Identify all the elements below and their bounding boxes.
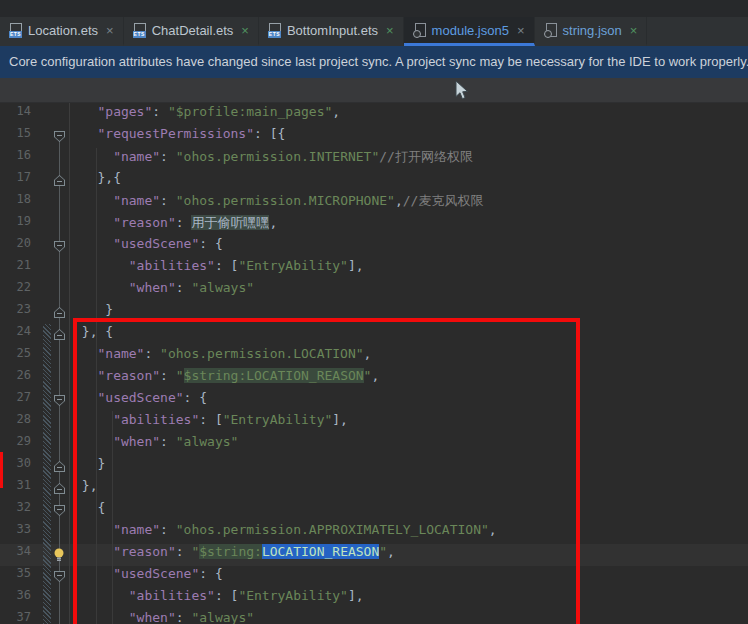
code-editor[interactable]: 1415161718192021222324252627282930313233… xyxy=(0,103,748,624)
code-line[interactable]: } xyxy=(74,302,113,324)
code-line[interactable]: { xyxy=(74,500,105,522)
project-sync-banner[interactable]: Core configuration attributes have chang… xyxy=(0,46,748,78)
code-line[interactable]: "when": "always" xyxy=(74,610,254,624)
code-line[interactable]: }, xyxy=(74,478,97,500)
fold-end-icon[interactable] xyxy=(54,307,65,318)
json-file-icon xyxy=(413,23,426,38)
close-icon[interactable]: × xyxy=(517,24,525,37)
line-number: 26 xyxy=(0,368,31,390)
code-line[interactable]: "name": "ohos.permission.LOCATION", xyxy=(74,346,371,368)
fold-end-icon[interactable] xyxy=(54,461,65,472)
ets-file-icon: ETS xyxy=(268,23,281,38)
line-number: 37 xyxy=(0,610,31,624)
tab-label: module.json5 xyxy=(432,23,509,38)
code-line[interactable]: "abilities": ["EntryAbility"], xyxy=(74,588,364,610)
line-number: 16 xyxy=(0,148,31,170)
line-number: 14 xyxy=(0,104,31,126)
close-icon[interactable]: × xyxy=(241,24,249,37)
code-line[interactable]: "pages": "$profile:main_pages", xyxy=(74,104,340,126)
json-file-icon xyxy=(544,23,557,38)
line-number: 25 xyxy=(0,346,31,368)
code-line[interactable]: "usedScene": { xyxy=(74,236,223,258)
breadcrumb-bar xyxy=(0,78,748,103)
tab-label: ChatDetail.ets xyxy=(152,23,234,38)
close-icon[interactable]: × xyxy=(106,24,114,37)
line-number: 31 xyxy=(0,478,31,500)
line-number: 19 xyxy=(0,214,31,236)
lightbulb-icon[interactable] xyxy=(52,547,66,563)
line-number: 17 xyxy=(0,170,31,192)
code-line[interactable]: },{ xyxy=(74,170,121,192)
fold-collapse-icon[interactable] xyxy=(54,395,65,406)
fold-collapse-icon[interactable] xyxy=(54,505,65,516)
line-number: 30 xyxy=(0,456,31,478)
line-number: 35 xyxy=(0,566,31,588)
tab-label: Location.ets xyxy=(28,23,98,38)
gutter-border xyxy=(69,103,70,624)
line-number: 15 xyxy=(0,126,31,148)
line-number: 20 xyxy=(0,236,31,258)
line-number: 28 xyxy=(0,412,31,434)
code-line[interactable]: "reason": "$string:LOCATION_REASON", xyxy=(74,368,379,390)
window-top-strip xyxy=(0,0,748,17)
code-line[interactable]: "when": "always" xyxy=(74,280,254,302)
ets-file-icon: ETS xyxy=(133,23,146,38)
line-number: 27 xyxy=(0,390,31,412)
line-number: 36 xyxy=(0,588,31,610)
annotation-mark xyxy=(0,452,3,488)
code-line[interactable]: "abilities": ["EntryAbility"], xyxy=(74,258,364,280)
line-number: 32 xyxy=(0,500,31,522)
tab-label: string.json xyxy=(563,23,622,38)
line-number: 34 xyxy=(0,544,31,566)
fold-collapse-icon[interactable] xyxy=(54,571,65,582)
tab-label: BottomInput.ets xyxy=(287,23,378,38)
tab-string-json[interactable]: string.json× xyxy=(535,17,648,46)
line-number: 23 xyxy=(0,302,31,324)
code-line[interactable]: "requestPermissions": [{ xyxy=(74,126,285,148)
code-line[interactable]: "name": "ohos.permission.MICROPHONE",//麦… xyxy=(74,192,483,214)
tab-chatdetail-ets[interactable]: ETSChatDetail.ets× xyxy=(124,17,259,46)
line-number: 22 xyxy=(0,280,31,302)
fold-end-icon[interactable] xyxy=(54,329,65,340)
close-icon[interactable]: × xyxy=(386,24,394,37)
code-line[interactable]: "name": "ohos.permission.APPROXIMATELY_L… xyxy=(74,522,497,544)
code-line[interactable]: "abilities": ["EntryAbility"], xyxy=(74,412,348,434)
fold-collapse-icon[interactable] xyxy=(54,241,65,252)
mouse-cursor xyxy=(455,80,470,105)
code-line[interactable]: "reason": 用于偷听嘿嘿, xyxy=(74,214,277,236)
code-line[interactable]: "usedScene": { xyxy=(74,566,223,588)
tab-module-json5[interactable]: module.json5× xyxy=(404,17,535,46)
close-icon[interactable]: × xyxy=(630,24,638,37)
tab-location-ets[interactable]: ETSLocation.ets× xyxy=(0,17,124,46)
tab-bottominput-ets[interactable]: ETSBottomInput.ets× xyxy=(259,17,404,46)
code-line[interactable]: "name": "ohos.permission.INTERNET"//打开网络… xyxy=(74,148,473,170)
line-number: 21 xyxy=(0,258,31,280)
code-line[interactable]: "when": "always" xyxy=(74,434,238,456)
vcs-changed-lines-marker xyxy=(43,324,51,624)
line-number: 29 xyxy=(0,434,31,456)
code-line[interactable]: } xyxy=(74,456,105,478)
fold-end-icon[interactable] xyxy=(54,483,65,494)
line-number: 33 xyxy=(0,522,31,544)
code-line[interactable]: "reason": "$string:LOCATION_REASON", xyxy=(74,544,395,566)
fold-collapse-icon[interactable] xyxy=(54,131,65,142)
code-line[interactable]: }, { xyxy=(74,324,113,346)
line-number: 24 xyxy=(0,324,31,346)
editor-tab-bar: ETSLocation.ets×ETSChatDetail.ets×ETSBot… xyxy=(0,17,748,46)
ets-file-icon: ETS xyxy=(9,23,22,38)
fold-end-icon[interactable] xyxy=(54,175,65,186)
line-number: 18 xyxy=(0,192,31,214)
code-line[interactable]: "usedScene": { xyxy=(74,390,207,412)
